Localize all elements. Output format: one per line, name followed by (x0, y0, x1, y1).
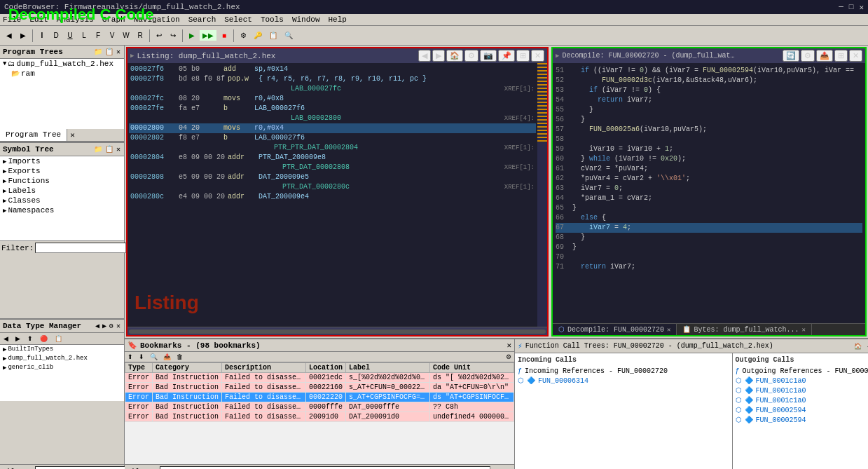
bm-col-description[interactable]: Description (222, 363, 306, 373)
tab-decompile-fun[interactable]: ⬡ Decompile: FUN_00002720 ✕ (553, 324, 677, 335)
listing-home[interactable]: 🏠 (446, 50, 463, 62)
outgoing-fun-4[interactable]: ⬡ 🔷 FUN_00002594 (736, 405, 868, 415)
toolbar-run2[interactable]: ▶▶ (200, 30, 216, 41)
dt-generic[interactable]: ▶generic_clib (0, 363, 124, 372)
data-type-icon2[interactable]: ▶ (102, 321, 107, 331)
menu-graph[interactable]: Graph (102, 15, 125, 24)
bookmarks-close[interactable]: ✕ (507, 341, 511, 350)
minimize-btn[interactable]: ─ (839, 3, 843, 12)
program-trees-icon2[interactable]: 📋 (104, 47, 114, 57)
toolbar-u[interactable]: U (64, 30, 76, 41)
decompile-settings[interactable]: ⚙ (801, 50, 815, 62)
toolbar-fwd[interactable]: ▶ (17, 30, 29, 41)
func-nav-back[interactable]: ◀ (865, 341, 868, 351)
data-type-icon3[interactable]: ⚙ (109, 321, 114, 331)
program-trees-close[interactable]: ✕ (116, 47, 121, 57)
close-btn[interactable]: ✕ (859, 3, 864, 12)
tab-bytes-dump[interactable]: 📋 Bytes: dump_full_watch... ✕ (677, 324, 811, 335)
data-type-icon1[interactable]: ◀ (95, 321, 100, 331)
bm-col-label[interactable]: Label (346, 363, 430, 373)
outgoing-fun-3[interactable]: ⬡ 🔷 FUN_0001c1a0 (736, 395, 868, 405)
bm-col-codeunit[interactable]: Code Unit (430, 363, 514, 373)
toolbar-run1[interactable]: ▶ (186, 30, 198, 41)
tree-ram[interactable]: 📂 ram (0, 69, 124, 79)
menu-window[interactable]: Window (292, 15, 320, 24)
symbol-tree-close[interactable]: ✕ (116, 144, 121, 154)
dt-builtin[interactable]: ▶BuiltInTypes (0, 345, 124, 354)
maximize-btn[interactable]: □ (849, 3, 854, 12)
toolbar-r[interactable]: R (134, 30, 146, 41)
data-type-toolbar-btn2[interactable]: ▶ (13, 334, 22, 343)
func-nav-home[interactable]: 🏠 (852, 341, 864, 351)
toolbar-back[interactable]: ◀ (3, 30, 15, 41)
outgoing-fun-1[interactable]: ⬡ 🔷 FUN_0001c1a0 (736, 376, 868, 386)
toolbar-more2[interactable]: 🔑 (251, 30, 265, 41)
asm-line-5[interactable]: 00002800 04 20 movs r0,#0x4 (129, 123, 536, 133)
tab-program-tree[interactable]: Program Tree (0, 129, 67, 141)
listing-nav-back[interactable]: ◀ (418, 50, 431, 62)
data-type-toolbar-btn1[interactable]: ◀ (1, 334, 11, 343)
bm-toolbar-2[interactable]: ⬇ (137, 353, 146, 361)
bm-col-category[interactable]: Category (153, 363, 222, 373)
bm-row-3-selected[interactable]: ErrorBad InstructionFailed to disassembl… (125, 393, 514, 402)
bm-row-1[interactable]: ErrorBad InstructionFailed to disassembl… (125, 373, 514, 383)
toolbar-redo[interactable]: ↪ (167, 30, 179, 41)
asm-line-9[interactable]: 0000280c e4 09 00 20 addr DAT_200009e4 (129, 192, 536, 202)
listing-pin[interactable]: 📌 (498, 50, 515, 62)
symbol-exports[interactable]: ▶Exports (0, 166, 124, 176)
asm-line-8[interactable]: 00002808 e5 09 00 20 addr DAT_200009e5 (129, 172, 536, 182)
bm-toolbar-4[interactable]: 📤 (161, 353, 173, 361)
bm-row-2[interactable]: ErrorBad InstructionFailed to disassembl… (125, 383, 514, 393)
listing-snapshot[interactable]: 📷 (480, 50, 497, 62)
data-type-toolbar-btn5[interactable]: 📋 (53, 334, 64, 343)
symbol-tree-icon2[interactable]: 📋 (104, 144, 114, 154)
listing-nav-fwd[interactable]: ▶ (432, 50, 445, 62)
symbol-namespaces[interactable]: ▶Namespaces (0, 205, 124, 215)
data-type-toolbar-btn4[interactable]: 🔴 (38, 334, 50, 343)
toolbar-l[interactable]: L (78, 30, 90, 41)
menu-edit[interactable]: Edit (29, 15, 48, 24)
asm-line-2[interactable]: 000027f8 bd e8 f0 8f pop.w { r4, r5, r6,… (129, 74, 536, 84)
toolbar-i[interactable]: I (36, 30, 48, 41)
data-type-close[interactable]: ✕ (116, 321, 121, 331)
toolbar-d[interactable]: D (50, 30, 62, 41)
symbol-labels[interactable]: ▶Labels (0, 186, 124, 196)
decompile-close[interactable]: ✕ (849, 50, 862, 62)
menu-navigation[interactable]: Navigation (134, 15, 180, 24)
bm-toolbar-settings[interactable]: ⚙ (504, 353, 514, 361)
tab-close-program-tree[interactable]: ✕ (67, 129, 78, 141)
toolbar-more4[interactable]: 🔍 (282, 30, 296, 41)
asm-line-1[interactable]: 000027f6 05 b0 add sp,#0x14 (129, 64, 536, 74)
decompile-export[interactable]: 📤 (816, 50, 833, 62)
toolbar-v[interactable]: V (106, 30, 118, 41)
toolbar-more1[interactable]: ⚙ (237, 30, 249, 41)
bm-toolbar-5[interactable]: 🗑 (174, 353, 185, 361)
symbol-imports[interactable]: ▶Imports (0, 156, 124, 166)
tree-root[interactable]: ▼ 🗂 dump_full_watch_2.hex (0, 59, 124, 69)
bytes-tab-close[interactable]: ✕ (801, 326, 805, 334)
dt-dump[interactable]: ▶dump_full_watch_2.hex (0, 354, 124, 363)
outgoing-fun-5[interactable]: ⬡ 🔷 FUN_00002594 (736, 415, 868, 425)
decompile-tab-close[interactable]: ✕ (667, 326, 670, 334)
program-trees-icon1[interactable]: 📁 (93, 47, 103, 57)
asm-line-6[interactable]: 00002802 f8 e7 b LAB_000027f6 (129, 133, 536, 143)
decompile-expand[interactable]: ⊞ (834, 50, 848, 62)
menu-file[interactable]: File (3, 15, 21, 24)
listing-settings[interactable]: ⚙ (464, 50, 478, 62)
data-type-toolbar-btn3[interactable]: ⬆ (25, 334, 35, 343)
toolbar-w[interactable]: W (120, 30, 132, 41)
menu-select[interactable]: Select (224, 15, 252, 24)
toolbar-stop[interactable]: ■ (218, 30, 230, 41)
bm-row-4[interactable]: ErrorBad InstructionFailed to disassembl… (125, 402, 514, 412)
symbol-functions[interactable]: ▶Functions (0, 176, 124, 186)
outgoing-fun-2[interactable]: ⬡ 🔷 FUN_0001c1a0 (736, 386, 868, 395)
decompile-refresh[interactable]: 🔄 (783, 50, 799, 62)
menu-search[interactable]: Search (188, 15, 216, 24)
menu-analysis[interactable]: Analysis (57, 15, 94, 24)
symbol-filter-input[interactable] (35, 243, 126, 253)
symbol-tree-icon1[interactable]: 📁 (93, 144, 103, 154)
menu-tools[interactable]: Tools (261, 15, 284, 24)
menu-help[interactable]: Help (329, 15, 347, 24)
toolbar-undo[interactable]: ↩ (153, 30, 165, 41)
asm-line-7[interactable]: 00002804 e8 09 00 20 addr PTR_DAT_200009… (129, 153, 536, 163)
